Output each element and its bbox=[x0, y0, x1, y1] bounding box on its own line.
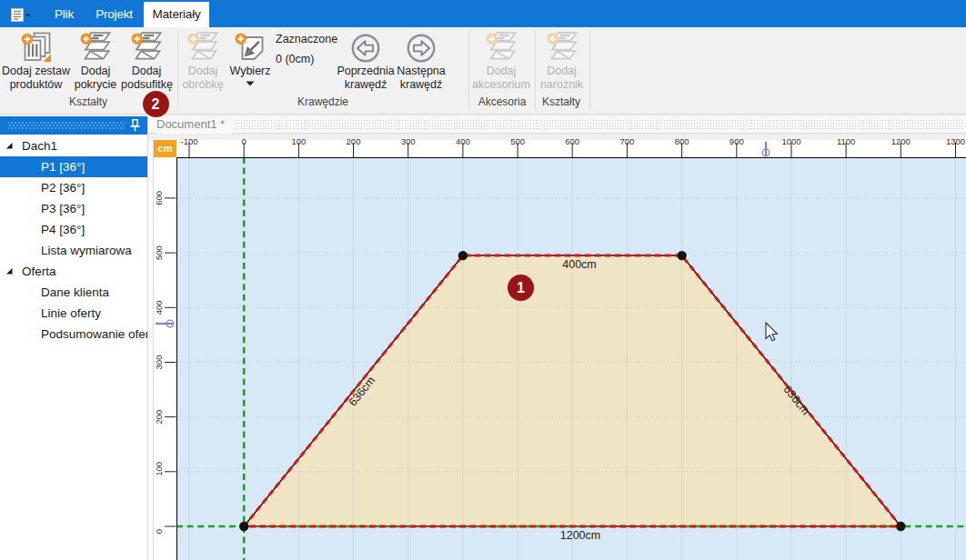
svg-text:1200: 1200 bbox=[891, 136, 911, 146]
svg-text:0: 0 bbox=[242, 136, 247, 146]
svg-text:500: 500 bbox=[510, 136, 525, 146]
svg-text:1300: 1300 bbox=[946, 136, 965, 146]
svg-text:400: 400 bbox=[154, 300, 164, 315]
svg-text:-100: -100 bbox=[180, 136, 197, 146]
svg-text:1100: 1100 bbox=[837, 136, 855, 146]
svg-text:600: 600 bbox=[565, 136, 579, 146]
svg-text:700: 700 bbox=[619, 136, 634, 146]
svg-text:600: 600 bbox=[154, 191, 164, 205]
svg-text:400: 400 bbox=[456, 136, 470, 146]
svg-text:200: 200 bbox=[154, 410, 164, 425]
svg-text:0: 0 bbox=[154, 529, 164, 534]
svg-text:100: 100 bbox=[291, 136, 306, 146]
svg-text:400cm: 400cm bbox=[562, 258, 597, 271]
svg-text:100: 100 bbox=[154, 462, 164, 476]
svg-text:200: 200 bbox=[347, 136, 361, 146]
svg-text:1000: 1000 bbox=[781, 136, 800, 146]
svg-text:500: 500 bbox=[154, 245, 164, 260]
svg-text:1200cm: 1200cm bbox=[560, 529, 600, 542]
svg-text:800: 800 bbox=[675, 136, 689, 146]
svg-text:300: 300 bbox=[401, 136, 416, 146]
svg-text:900: 900 bbox=[730, 136, 744, 146]
svg-text:300: 300 bbox=[154, 355, 164, 370]
